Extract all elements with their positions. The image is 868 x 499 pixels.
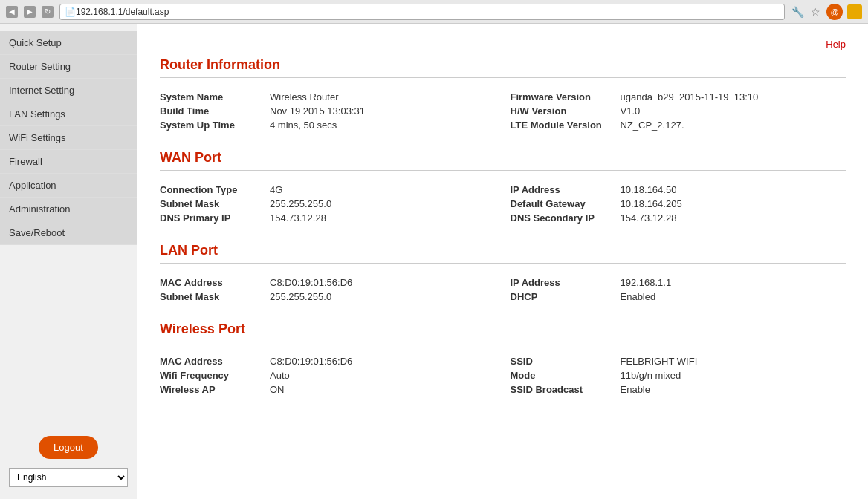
wireless-mac-label: MAC Address bbox=[160, 356, 264, 367]
dns-primary-value: 154.73.12.28 bbox=[270, 212, 326, 224]
wireless-port-title: Wireless Port bbox=[160, 322, 846, 342]
info-row: SSID Broadcast Enable bbox=[511, 382, 846, 397]
wan-port-right: IP Address 10.18.164.50 Default Gateway … bbox=[511, 183, 846, 225]
build-time-value: Nov 19 2015 13:03:31 bbox=[270, 105, 365, 117]
star-icon[interactable]: ☆ bbox=[809, 5, 822, 19]
lan-port-section: LAN Port MAC Address C8:D0:19:01:56:D6 S… bbox=[160, 243, 846, 304]
language-select[interactable]: English Chinese French bbox=[9, 468, 128, 487]
ssid-broadcast-value: Enable bbox=[621, 384, 650, 395]
lan-port-right: IP Address 192.168.1.1 DHCP Enabled bbox=[511, 275, 846, 304]
wifi-freq-label: Wifi Frequency bbox=[160, 370, 264, 381]
wireless-port-section: Wireless Port MAC Address C8:D0:19:01:56… bbox=[160, 322, 846, 397]
uptime-value: 4 mins, 50 secs bbox=[270, 120, 337, 131]
browser-refresh-icon[interactable]: ↻ bbox=[42, 6, 54, 18]
info-row: SSID FELBRIGHT WIFI bbox=[511, 354, 846, 368]
info-row: H/W Version V1.0 bbox=[511, 104, 846, 118]
sidebar-bottom: Logout English Chinese French bbox=[0, 424, 137, 499]
lte-module-label: LTE Module Version bbox=[511, 120, 615, 131]
lan-port-left: MAC Address C8:D0:19:01:56:D6 Subnet Mas… bbox=[160, 275, 496, 304]
info-row: MAC Address C8:D0:19:01:56:D6 bbox=[160, 275, 496, 290]
browser-toolbar-icons: 🔧 ☆ @ bbox=[791, 4, 862, 20]
dns-secondary-label: DNS Secondary IP bbox=[511, 212, 615, 224]
info-row: IP Address 192.168.1.1 bbox=[511, 275, 846, 290]
firmware-label: Firmware Version bbox=[511, 91, 615, 102]
dhcp-value: Enabled bbox=[621, 291, 656, 302]
router-info-right: Firmware Version uganda_b29_2015-11-19_1… bbox=[511, 90, 846, 132]
lte-module-value: NZ_CP_2.127. bbox=[621, 120, 684, 131]
hw-version-value: V1.0 bbox=[621, 105, 641, 117]
router-info-left: System Name Wireless Router Build Time N… bbox=[160, 90, 496, 132]
browser-forward-icon[interactable]: ▶ bbox=[24, 6, 36, 18]
wan-ip-value: 10.18.164.50 bbox=[621, 184, 677, 195]
wan-port-section: WAN Port Connection Type 4G Subnet Mask … bbox=[160, 150, 846, 225]
sidebar-item-save-reboot[interactable]: Save/Reboot bbox=[0, 221, 137, 245]
wireless-ap-label: Wireless AP bbox=[160, 384, 264, 395]
app-container: Quick Setup Router Setting Internet Sett… bbox=[0, 24, 868, 499]
system-name-value: Wireless Router bbox=[270, 91, 338, 102]
wan-ip-label: IP Address bbox=[511, 184, 615, 195]
default-gw-label: Default Gateway bbox=[511, 198, 615, 209]
page-icon: 📄 bbox=[65, 7, 76, 17]
info-row: Default Gateway 10.18.164.205 bbox=[511, 197, 846, 211]
info-row: Wifi Frequency Auto bbox=[160, 368, 496, 382]
sidebar-item-internet-setting[interactable]: Internet Setting bbox=[0, 79, 137, 102]
dns-secondary-value: 154.73.12.28 bbox=[621, 212, 677, 224]
sidebar-item-router-setting[interactable]: Router Setting bbox=[0, 55, 137, 79]
help-link[interactable]: Help bbox=[160, 39, 846, 50]
lan-port-title: LAN Port bbox=[160, 243, 846, 264]
info-row: Subnet Mask 255.255.255.0 bbox=[160, 290, 496, 304]
wireless-port-grid: MAC Address C8:D0:19:01:56:D6 Wifi Frequ… bbox=[160, 354, 846, 397]
default-gw-value: 10.18.164.205 bbox=[621, 198, 682, 209]
wifi-freq-value: Auto bbox=[270, 370, 290, 381]
lan-mac-value: C8:D0:19:01:56:D6 bbox=[270, 277, 352, 288]
wan-port-grid: Connection Type 4G Subnet Mask 255.255.2… bbox=[160, 183, 846, 225]
info-row: IP Address 10.18.164.50 bbox=[511, 183, 846, 197]
conn-type-value: 4G bbox=[270, 184, 282, 195]
router-info-grid: System Name Wireless Router Build Time N… bbox=[160, 90, 846, 132]
sidebar-item-lan-settings[interactable]: LAN Settings bbox=[0, 102, 137, 126]
ssid-broadcast-label: SSID Broadcast bbox=[511, 384, 615, 395]
info-row: Mode 11b/g/n mixed bbox=[511, 368, 846, 382]
wan-port-title: WAN Port bbox=[160, 150, 846, 171]
logout-button[interactable]: Logout bbox=[39, 436, 98, 459]
dhcp-label: DHCP bbox=[511, 291, 615, 302]
info-row: Firmware Version uganda_b29_2015-11-19_1… bbox=[511, 90, 846, 104]
mode-value: 11b/g/n mixed bbox=[621, 370, 681, 381]
info-row: MAC Address C8:D0:19:01:56:D6 bbox=[160, 354, 496, 368]
info-row: DNS Secondary IP 154.73.12.28 bbox=[511, 211, 846, 225]
lan-ip-value: 192.168.1.1 bbox=[621, 277, 672, 288]
address-bar[interactable]: 📄 192.168.1.1/default.asp bbox=[59, 4, 785, 20]
browser-back-icon[interactable]: ◀ bbox=[6, 6, 18, 18]
build-time-label: Build Time bbox=[160, 105, 264, 117]
wan-subnet-value: 255.255.255.0 bbox=[270, 198, 331, 209]
info-row: System Up Time 4 mins, 50 secs bbox=[160, 118, 496, 132]
browser-extension-icon bbox=[847, 4, 862, 19]
info-row: Wireless AP ON bbox=[160, 382, 496, 397]
lan-ip-label: IP Address bbox=[511, 277, 615, 288]
sidebar-item-wifi-settings[interactable]: WiFi Settings bbox=[0, 126, 137, 150]
sidebar-item-application[interactable]: Application bbox=[0, 174, 137, 198]
info-row: Subnet Mask 255.255.255.0 bbox=[160, 197, 496, 211]
sidebar-item-administration[interactable]: Administration bbox=[0, 198, 137, 221]
sidebar-item-firewall[interactable]: Firewall bbox=[0, 150, 137, 174]
uptime-label: System Up Time bbox=[160, 120, 264, 131]
lan-subnet-label: Subnet Mask bbox=[160, 291, 264, 302]
wireless-ap-value: ON bbox=[270, 384, 285, 395]
ssid-value: FELBRIGHT WIFI bbox=[621, 356, 698, 367]
wireless-port-left: MAC Address C8:D0:19:01:56:D6 Wifi Frequ… bbox=[160, 354, 496, 397]
tools-icon[interactable]: 🔧 bbox=[791, 5, 804, 19]
sidebar: Quick Setup Router Setting Internet Sett… bbox=[0, 24, 137, 499]
browser-brand-icon: @ bbox=[826, 4, 843, 20]
system-name-label: System Name bbox=[160, 91, 264, 102]
sidebar-item-quick-setup[interactable]: Quick Setup bbox=[0, 31, 137, 55]
ssid-label: SSID bbox=[511, 356, 615, 367]
firmware-value: uganda_b29_2015-11-19_13:10 bbox=[621, 91, 759, 102]
url-text: 192.168.1.1/default.asp bbox=[76, 7, 169, 17]
lan-mac-label: MAC Address bbox=[160, 277, 264, 288]
lan-subnet-value: 255.255.255.0 bbox=[270, 291, 331, 302]
hw-version-label: H/W Version bbox=[511, 105, 615, 117]
dns-primary-label: DNS Primary IP bbox=[160, 212, 264, 224]
info-row: Build Time Nov 19 2015 13:03:31 bbox=[160, 104, 496, 118]
router-info-section: Router Information System Name Wireless … bbox=[160, 57, 846, 132]
lan-port-grid: MAC Address C8:D0:19:01:56:D6 Subnet Mas… bbox=[160, 275, 846, 304]
